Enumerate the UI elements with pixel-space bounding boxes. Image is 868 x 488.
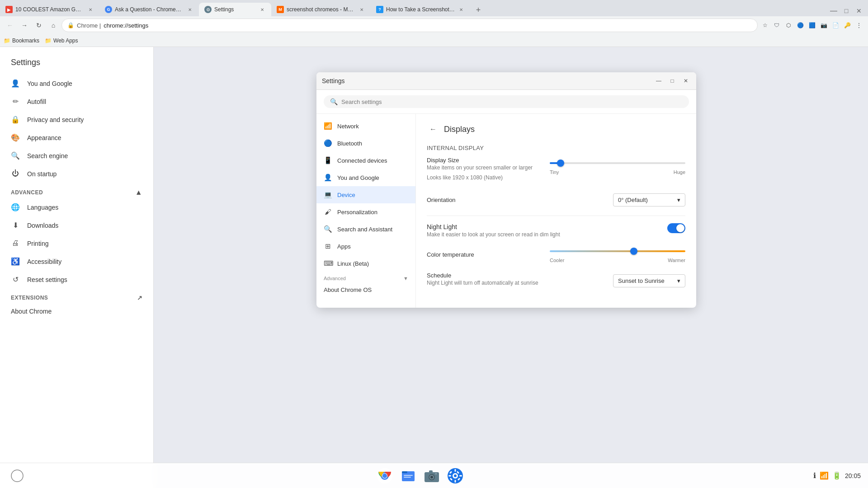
dialog-minimize-btn[interactable]: —	[654, 76, 664, 86]
bookmarks-folder-label: Bookmarks	[12, 38, 39, 44]
color-temp-slider-track[interactable]	[550, 250, 685, 252]
sidebar-reset-label: Reset settings	[27, 276, 67, 283]
nav-item-search-assistant[interactable]: 🔍 Search and Assistant	[316, 221, 415, 238]
tab-5[interactable]: ? How to Take a Screenshot on a... ✕	[371, 3, 470, 16]
taskbar-launcher[interactable]	[7, 466, 27, 486]
sidebar-item-about[interactable]: About Chrome	[0, 303, 153, 319]
nav-item-network[interactable]: 📶 Network	[316, 117, 415, 135]
dialog-nav-advanced[interactable]: Advanced ▼	[316, 272, 415, 282]
sidebar-item-appearance[interactable]: 🎨 Appearance	[0, 129, 153, 147]
sidebar-item-you-google[interactable]: 👤 You and Google	[0, 75, 153, 93]
nav-item-linux[interactable]: ⌨ Linux (Beta)	[316, 255, 415, 272]
ext-icon-3[interactable]: 🟦	[807, 20, 817, 31]
reset-icon: ↺	[11, 275, 20, 284]
tab-4[interactable]: M screenshot chromeos - MetaGer... ✕	[271, 3, 371, 16]
forward-button[interactable]: →	[18, 19, 31, 32]
tab-5-close[interactable]: ✕	[458, 6, 465, 13]
address-scheme: Chrome |	[77, 22, 101, 29]
internal-display-label: Internal Display	[427, 145, 685, 151]
privacy-icon: 🔒	[11, 115, 20, 124]
address-bar[interactable]: 🔒 Chrome | chrome://settings	[61, 19, 758, 32]
nav-item-device[interactable]: 💻 Device	[316, 186, 415, 203]
ext-icon-1[interactable]: ⬡	[783, 20, 794, 31]
schedule-dropdown[interactable]: Sunset to Sunrise ▾	[613, 274, 685, 287]
nav-item-bluetooth[interactable]: 🔵 Bluetooth	[316, 135, 415, 152]
sidebar-item-downloads[interactable]: ⬇ Downloads	[0, 216, 153, 235]
sidebar-item-languages[interactable]: 🌐 Languages	[0, 198, 153, 216]
ext-icon-4[interactable]: 📷	[818, 20, 829, 31]
sidebar-item-reset[interactable]: ↺ Reset settings	[0, 271, 153, 289]
tab-3-close[interactable]: ✕	[259, 6, 266, 13]
sidebar-privacy-label: Privacy and security	[27, 116, 84, 123]
network-icon: 📶	[324, 122, 332, 130]
bluetooth-icon: 🔵	[324, 139, 332, 147]
sidebar-item-search-engine[interactable]: 🔍 Search engine	[0, 147, 153, 165]
tab-2-close[interactable]: ✕	[186, 6, 193, 13]
dialog-nav: 📶 Network 🔵 Bluetooth 📱 Connected device…	[316, 114, 416, 308]
sidebar-item-on-startup[interactable]: ⏻ On startup	[0, 165, 153, 183]
nav-item-you-google[interactable]: 👤 You and Google	[316, 169, 415, 186]
menu-button[interactable]: ⋮	[854, 20, 864, 31]
tab-2[interactable]: G Ask a Question - Chromebook C... ✕	[99, 3, 199, 16]
minimize-btn[interactable]: —	[828, 5, 839, 16]
refresh-button[interactable]: ↻	[33, 19, 45, 32]
bookmarks-folder[interactable]: 📁 Bookmarks	[4, 38, 39, 44]
sidebar-item-printing[interactable]: 🖨 Printing	[0, 235, 153, 253]
nav-item-personalization[interactable]: 🖌 Personalization	[316, 203, 415, 221]
dialog-body: 📶 Network 🔵 Bluetooth 📱 Connected device…	[316, 114, 696, 308]
sidebar-you-google-label: You and Google	[27, 80, 72, 87]
extensions-external-icon[interactable]: ↗	[137, 294, 143, 301]
sidebar-accessibility-label: Accessibility	[27, 258, 61, 265]
settings-dialog-overlay: Settings — □ ✕ 🔍	[307, 63, 868, 488]
sidebar-item-autofill[interactable]: ✏ Autofill	[0, 93, 153, 111]
advanced-section-header[interactable]: Advanced ▲	[0, 183, 153, 198]
close-btn[interactable]: ✕	[854, 5, 864, 16]
divider-1	[427, 216, 685, 216]
maximize-btn[interactable]: □	[841, 5, 852, 16]
connected-devices-icon: 📱	[324, 156, 332, 164]
ext-shield-icon[interactable]: 🛡	[771, 20, 782, 31]
night-light-name: Night Light	[427, 223, 560, 230]
bookmark-star-icon[interactable]: ☆	[760, 20, 770, 31]
taskbar-left	[7, 466, 27, 486]
ext-icon-5[interactable]: 📄	[830, 20, 841, 31]
dialog-maximize-btn[interactable]: □	[667, 76, 677, 86]
settings-search-box[interactable]: 🔍	[324, 95, 689, 108]
sidebar-item-accessibility[interactable]: ♿ Accessibility	[0, 253, 153, 271]
orientation-dropdown[interactable]: 0° (Default) ▾	[613, 193, 685, 206]
dialog-close-btn[interactable]: ✕	[681, 76, 691, 86]
tab-1-close[interactable]: ✕	[87, 6, 94, 13]
nav-item-apps[interactable]: ⊞ Apps	[316, 238, 415, 255]
color-temp-min-label: Cooler	[550, 258, 564, 263]
orientation-chevron-icon: ▾	[677, 197, 680, 203]
web-apps-folder[interactable]: 📁 Web Apps	[45, 38, 78, 44]
settings-search-input[interactable]	[341, 99, 683, 105]
home-button[interactable]: ⌂	[47, 19, 60, 32]
on-startup-icon: ⏻	[11, 169, 20, 178]
display-size-name: Display Size	[427, 157, 533, 164]
color-temp-slider-thumb[interactable]	[630, 248, 637, 255]
display-size-slider-thumb[interactable]	[557, 160, 564, 167]
dialog-window-controls: — □ ✕	[654, 76, 691, 86]
back-button[interactable]: ←	[4, 19, 16, 32]
ext-icon-6[interactable]: 🔑	[842, 20, 853, 31]
nav-item-connected-devices[interactable]: 📱 Connected devices	[316, 152, 415, 169]
new-tab-button[interactable]: +	[472, 4, 485, 16]
sidebar-item-privacy[interactable]: 🔒 Privacy and security	[0, 111, 153, 129]
languages-icon: 🌐	[11, 203, 20, 212]
night-light-toggle[interactable]	[667, 223, 685, 233]
schedule-chevron-icon: ▾	[677, 277, 680, 284]
tab-3-favicon: ⚙	[204, 6, 212, 13]
schedule-value: Sunset to Sunrise	[618, 277, 665, 284]
nav-item-about-chromeos[interactable]: About Chrome OS	[316, 282, 415, 298]
content-header: ← Displays	[427, 123, 685, 136]
back-button-displays[interactable]: ←	[427, 123, 439, 136]
autofill-icon: ✏	[11, 97, 20, 106]
ext-icon-2[interactable]: 🔵	[795, 20, 806, 31]
tab-bar: ▶ 10 COOLEST Amazon GADGETS ✕ G Ask a Qu…	[0, 0, 868, 16]
orientation-label: Orientation	[427, 197, 456, 203]
tab-1[interactable]: ▶ 10 COOLEST Amazon GADGETS ✕	[0, 3, 99, 16]
tab-3[interactable]: ⚙ Settings ✕	[199, 3, 271, 16]
tab-4-close[interactable]: ✕	[358, 6, 365, 13]
display-size-slider-track[interactable]	[550, 162, 685, 164]
